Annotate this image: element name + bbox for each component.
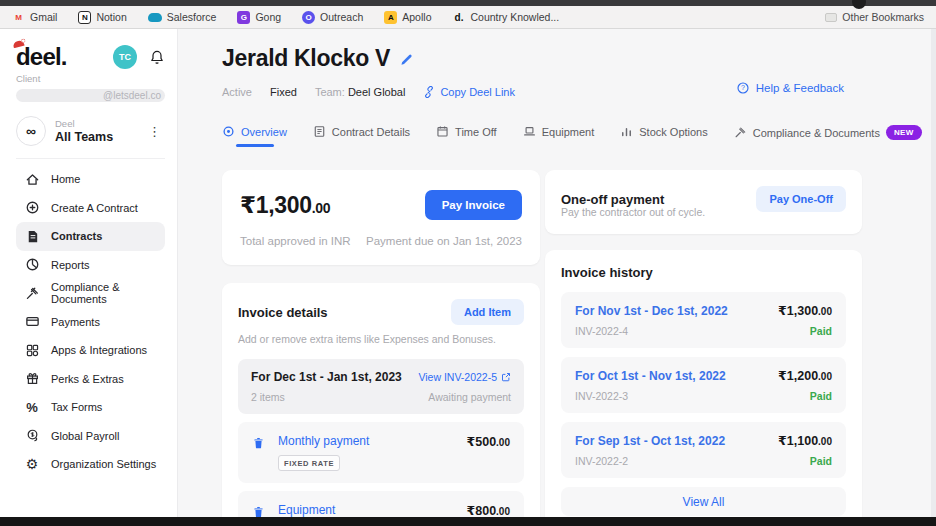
sidebar-item-apps-integrations[interactable]: Apps & Integrations: [16, 336, 165, 365]
main-content: Jerald Klocko V Active Fixed Team: Deel …: [178, 29, 936, 517]
sidebar-item-label: Payments: [51, 316, 100, 328]
bookmark-label: Notion: [96, 11, 126, 23]
copy-deel-link[interactable]: Copy Deel Link: [423, 86, 515, 98]
one-off-description: Pay the contractor out of cycle.: [561, 206, 751, 218]
gong-icon: G: [237, 11, 250, 24]
line-item-name-link[interactable]: Equipment: [278, 503, 454, 517]
line-item-name-link[interactable]: Monthly payment: [278, 434, 454, 448]
bookmark-label: Apollo: [402, 11, 431, 23]
history-row: For Nov 1st - Dec 1st, 2022 ₹1,300.00 IN…: [561, 292, 846, 348]
sidebar-item-tax-forms[interactable]: % Tax Forms: [16, 393, 165, 422]
sidebar-item-compliance-documents[interactable]: Compliance & Documents: [16, 279, 165, 308]
tab-stock-options[interactable]: Stock Options: [620, 125, 707, 147]
tab-label: Stock Options: [639, 126, 707, 138]
deel-logo[interactable]: deel.: [16, 43, 67, 71]
edit-pencil-icon[interactable]: [400, 52, 414, 66]
folder-icon: [825, 13, 837, 22]
payroll-icon: [24, 428, 40, 443]
history-invoice-number: INV-2022-4: [575, 325, 628, 337]
tab-bar: Overview Contract Details Time Off Equip…: [222, 125, 922, 149]
sidebar-item-label: Home: [51, 173, 80, 185]
svg-text:?: ?: [741, 84, 745, 91]
overview-icon: [222, 125, 235, 138]
salesforce-icon: [148, 13, 162, 22]
gear-icon: ⚙: [24, 457, 40, 471]
bookmark-salesforce[interactable]: Salesforce: [148, 11, 217, 23]
bell-icon[interactable]: [149, 49, 165, 65]
line-item-monthly-payment: Monthly payment FIXED RATE ₹500.00: [238, 422, 524, 483]
percent-icon: %: [24, 401, 40, 414]
view-all-button[interactable]: View All: [561, 487, 846, 516]
sidebar-item-label: Global Payroll: [51, 430, 119, 442]
invoice-items-count: 2 items: [251, 391, 285, 403]
trash-icon[interactable]: [252, 436, 265, 450]
tab-equipment[interactable]: Equipment: [523, 125, 595, 147]
help-feedback-label: Help & Feedback: [756, 82, 844, 94]
history-period-link[interactable]: For Nov 1st - Dec 1st, 2022: [575, 304, 728, 318]
credit-card-icon: [24, 314, 40, 329]
history-period-link[interactable]: For Sep 1st - Oct 1st, 2022: [575, 434, 725, 448]
sidebar-item-label: Tax Forms: [51, 401, 102, 413]
pay-invoice-button[interactable]: Pay Invoice: [425, 190, 522, 220]
line-item-type-badge: FIXED RATE: [278, 455, 340, 471]
bookmark-notion[interactable]: N Notion: [78, 11, 126, 24]
bookmark-gmail[interactable]: M Gmail: [12, 11, 57, 24]
bookmark-label: Gmail: [30, 11, 57, 23]
kebab-menu-icon[interactable]: ⋮: [144, 124, 165, 139]
tab-compliance-documents[interactable]: Compliance & Documents NEW: [734, 125, 922, 149]
bookmark-apollo[interactable]: A Apollo: [384, 11, 431, 24]
user-avatar[interactable]: TC: [113, 45, 137, 69]
bookmark-country-knowledge[interactable]: d. Country Knowled...: [452, 11, 559, 24]
history-period-link[interactable]: For Oct 1st - Nov 1st, 2022: [575, 369, 726, 383]
sidebar-item-reports[interactable]: Reports: [16, 251, 165, 280]
gift-icon: [24, 371, 40, 386]
sidebar-item-home[interactable]: Home: [16, 165, 165, 194]
help-feedback-button[interactable]: ? Help & Feedback: [736, 81, 844, 95]
team-selector[interactable]: ∞ Deel All Teams ⋮: [16, 116, 165, 146]
laptop-icon: [523, 125, 536, 138]
history-invoice-number: INV-2022-3: [575, 390, 628, 402]
bookmark-label: Gong: [255, 11, 281, 23]
browser-titlebar: [0, 0, 936, 6]
view-invoice-link[interactable]: View INV-2022-5: [418, 371, 511, 383]
tab-label: Contract Details: [332, 126, 410, 138]
paid-status: Paid: [810, 390, 832, 402]
history-amount: ₹1,100.00: [778, 433, 832, 448]
sidebar-item-organization-settings[interactable]: ⚙ Organization Settings: [16, 450, 165, 479]
add-item-button[interactable]: Add Item: [451, 299, 524, 325]
sidebar-item-perks-extras[interactable]: Perks & Extras: [16, 365, 165, 394]
total-amount: ₹1,300.00: [240, 192, 330, 219]
other-bookmarks-label: Other Bookmarks: [842, 11, 924, 23]
team-org-label: Deel: [55, 118, 135, 129]
other-bookmarks[interactable]: Other Bookmarks: [825, 11, 924, 23]
one-off-title: One-off payment: [561, 192, 664, 207]
client-label: Client: [16, 73, 165, 84]
bookmark-outreach[interactable]: O Outreach: [302, 11, 363, 24]
bookmark-gong[interactable]: G Gong: [237, 11, 281, 24]
tab-label: Compliance & Documents: [753, 127, 880, 139]
history-amount: ₹1,200.00: [778, 368, 832, 383]
sidebar: deel. TC Client @letsdeel.co ∞ Deel All …: [0, 29, 178, 517]
tab-overview[interactable]: Overview: [222, 125, 287, 147]
contractor-name-title: Jerald Klocko V: [222, 45, 390, 72]
sidebar-item-create-a-contract[interactable]: Create A Contract: [16, 194, 165, 223]
deel-app: deel. TC Client @letsdeel.co ∞ Deel All …: [0, 29, 936, 517]
contract-meta-row: Active Fixed Team: Deel Global Copy Deel…: [222, 86, 515, 98]
apps-grid-icon: [24, 343, 40, 358]
plus-circle-icon: [24, 200, 40, 215]
sidebar-item-label: Apps & Integrations: [51, 344, 147, 356]
calendar-icon: [436, 125, 449, 138]
sidebar-item-label: Perks & Extras: [51, 373, 124, 385]
email-domain: @letsdeel.co: [103, 90, 161, 101]
pie-chart-icon: [24, 257, 40, 272]
bookmarks-bar: M Gmail N Notion Salesforce G Gong O Out…: [0, 6, 936, 29]
sidebar-item-contracts[interactable]: Contracts: [16, 222, 165, 251]
sidebar-item-global-payroll[interactable]: Global Payroll: [16, 422, 165, 451]
tab-contract-details[interactable]: Contract Details: [313, 125, 410, 147]
sidebar-item-payments[interactable]: Payments: [16, 308, 165, 337]
tab-label: Equipment: [542, 126, 595, 138]
external-link-icon: [501, 372, 511, 382]
pay-one-off-button[interactable]: Pay One-Off: [756, 186, 846, 212]
tab-time-off[interactable]: Time Off: [436, 125, 497, 147]
bookmark-label: Country Knowled...: [470, 11, 559, 23]
